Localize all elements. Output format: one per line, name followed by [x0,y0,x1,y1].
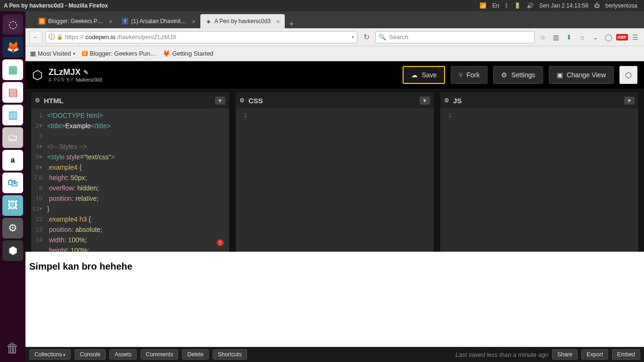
share-button[interactable]: Share [552,349,578,360]
tab-label: (1) Arsalan Dhavinit… [131,18,186,25]
output-preview[interactable]: Simpel kan bro hehehe [25,252,644,347]
back-button[interactable]: ← [29,31,42,44]
libreoffice-impress-icon[interactable]: ▤ [2,82,23,103]
author-link[interactable]: havkersc0d3 [75,77,102,82]
reload-button[interactable]: ↻ [360,33,372,41]
tab-strip: B Blogger: Geekers P… × f (1) Arsalan Dh… [25,11,644,28]
codepen-favicon-icon: ◈ [205,18,212,25]
js-code-area[interactable]: 1 [440,108,638,252]
home-icon[interactable]: ⌂ [577,33,587,41]
new-tab-button[interactable]: + [285,20,298,28]
delete-button[interactable]: Delete [182,349,209,360]
settings-icon[interactable]: ⚙ [2,218,23,239]
layout-icon: ▣ [557,71,563,79]
css-code-area[interactable]: 1 [236,108,434,252]
embed-button[interactable]: Embed [612,349,640,360]
bluetooth-icon[interactable]: ᛒ [505,2,508,9]
change-view-button[interactable]: ▣Change View [549,66,614,84]
html-editor-header[interactable]: ⚙ HTML ▾ [31,92,229,108]
photos-icon[interactable]: 🖼 [2,195,23,216]
editor-row: ⚙ HTML ▾ 1 2▾ 3 4▾ 5▾ 6▾ 7 8 9 10 11▾ 12… [25,89,644,252]
username[interactable]: berlysentosa [605,2,637,9]
gear-icon[interactable]: ⚙ [444,97,449,104]
bookmark-most-visited[interactable]: ▦Most Visited▾ [30,50,75,57]
pocket-icon[interactable]: ⌄ [590,33,601,41]
chevron-down-icon[interactable]: ▾ [624,97,635,105]
gear-icon[interactable]: ⚙ [35,97,40,104]
js-editor-header[interactable]: ⚙ JS ▾ [440,92,638,108]
shortcuts-button[interactable]: Shortcuts [213,349,247,360]
bookmark-star-icon[interactable]: ☆ [537,33,548,41]
info-icon[interactable]: ⓘ [49,33,55,41]
tab-blogger[interactable]: B Blogger: Geekers P… × [34,14,117,28]
fork-icon: ⑂ [459,71,462,79]
system-menubar: A Pen by havkersc0d3 - Mozilla Firefox 📶… [0,0,644,11]
js-code[interactable] [454,108,638,252]
error-marker-icon[interactable]: ! [217,239,223,246]
navigation-toolbar: ← ⓘ 🔒 https://codepen.io/havkers/pen/ZLz… [25,28,644,46]
firefox-icon[interactable]: 🦊 [2,37,23,58]
wifi-icon[interactable]: 📶 [479,2,487,9]
gear-icon: ⚙ [501,71,507,79]
js-editor: ⚙ JS ▾ 1 [440,92,638,252]
fork-button[interactable]: ⑂Fork [451,66,487,84]
edit-title-icon[interactable]: ✎ [83,69,89,76]
volume-icon[interactable]: 🔊 [527,2,534,9]
libreoffice-writer-icon[interactable]: ▥ [2,105,23,125]
chevron-down-icon[interactable]: ▾ [420,97,430,105]
url-dropdown-icon[interactable]: ▾ [352,34,354,40]
collections-button[interactable]: Collections [29,349,71,360]
blogger-icon: B [82,51,88,56]
tab-label: Blogger: Geekers P… [48,18,103,25]
css-editor-header[interactable]: ⚙ CSS ▾ [236,92,434,108]
assets-button[interactable]: Assets [109,349,137,360]
firefox-window: B Blogger: Geekers P… × f (1) Arsalan Dh… [25,11,644,362]
trash-icon[interactable]: 🗑 [2,337,23,358]
tab-codepen[interactable]: ◈ A Pen by havkersc0d3 × [200,14,285,28]
codepen-header: ⬡ ZLzMJX✎ A PEN BY havkersc0d3 ☁Save ⑂Fo… [25,61,644,89]
battery-icon[interactable]: 🔋 [514,2,521,9]
tab-label: A Pen by havkersc0d3 [215,18,271,25]
css-editor: ⚙ CSS ▾ 1 [236,92,434,252]
console-button[interactable]: Console [74,349,106,360]
library-icon[interactable]: ▥ [551,33,561,41]
abp-icon[interactable]: ABP [617,34,627,41]
comments-button[interactable]: Comments [140,349,178,360]
tab-facebook[interactable]: f (1) Arsalan Dhavinit… × [117,14,200,28]
power-icon[interactable]: ⏻ [594,2,600,9]
menu-icon[interactable]: ☰ [630,33,640,41]
gear-icon[interactable]: ⚙ [239,97,245,104]
grid-icon: ▦ [30,50,36,57]
close-icon[interactable]: × [276,18,280,25]
css-code[interactable] [250,108,434,252]
download-icon[interactable]: ⬇ [564,33,574,41]
bookmark-blogger[interactable]: BBlogger: Geekers Pun… [82,50,157,57]
search-bar[interactable]: 🔍 Search [375,31,535,43]
html-code-area[interactable]: 1 2▾ 3 4▾ 5▾ 6▾ 7 8 9 10 11▾ 12 13 14 <!… [31,108,229,252]
lang-indicator[interactable]: En [492,2,499,9]
url-bar[interactable]: ⓘ 🔒 https://codepen.io/havkers/pen/ZLzMJ… [45,31,357,43]
devtool-icon[interactable]: ⬢ [2,240,23,261]
software-center-icon[interactable]: 🛍 [2,173,23,193]
save-button[interactable]: ☁Save [403,66,445,84]
line-gutter: 1 [236,108,250,252]
pen-title[interactable]: ZLzMJX [49,67,81,77]
files-icon[interactable]: 🗂 [2,127,23,148]
dash-icon[interactable]: ◌ [2,14,23,35]
line-gutter: 1 2▾ 3 4▾ 5▾ 6▾ 7 8 9 10 11▾ 12 13 14 [31,108,45,252]
export-button[interactable]: Export [581,349,608,360]
shield-icon[interactable]: ◯ [603,33,614,41]
settings-button[interactable]: ⚙Settings [493,66,543,84]
html-code[interactable]: <!DOCTYPE html> <title>Example</title> <… [45,108,229,252]
codepen-logo-icon[interactable]: ⬡ [32,68,43,82]
close-icon[interactable]: × [192,18,196,25]
amazon-icon[interactable]: a [2,150,23,171]
bookmark-getting-started[interactable]: 🦊Getting Started [163,50,213,57]
facebook-favicon-icon: f [122,18,128,25]
blogger-favicon-icon: B [39,18,45,25]
close-icon[interactable]: × [109,18,113,25]
chevron-down-icon[interactable]: ▾ [215,97,225,105]
user-avatar[interactable]: ⬡ [619,66,637,84]
clock[interactable]: Sen Jan 2 14:13:58 [539,2,588,9]
libreoffice-calc-icon[interactable]: ▦ [2,59,23,80]
